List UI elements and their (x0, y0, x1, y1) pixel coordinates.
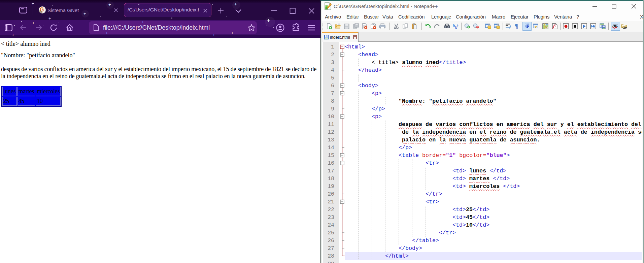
svg-text:b: b (455, 26, 457, 29)
svg-text:h: h (453, 24, 455, 27)
svg-text:¶: ¶ (515, 23, 518, 29)
svg-text:ABC: ABC (612, 24, 618, 27)
